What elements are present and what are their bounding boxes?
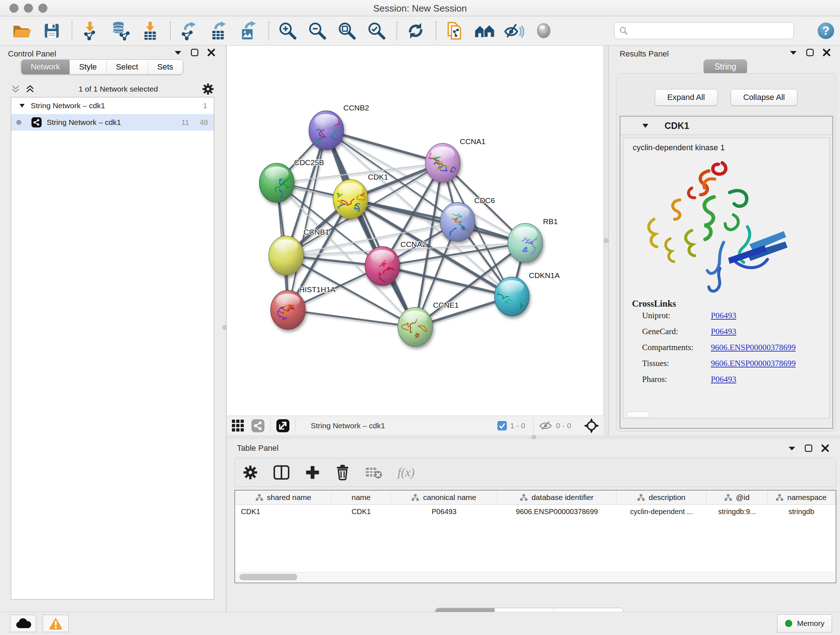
- add-column-icon[interactable]: [305, 465, 320, 480]
- node-table: shared namenamecanonical namedatabase id…: [234, 490, 836, 583]
- gene-name: CDK1: [665, 120, 689, 131]
- crosslink-link[interactable]: P06493: [711, 327, 736, 336]
- string-style-icon[interactable]: [251, 418, 265, 433]
- network-node[interactable]: [365, 247, 400, 286]
- export-network-button[interactable]: [177, 19, 201, 42]
- gear-icon[interactable]: [202, 83, 214, 95]
- network-node[interactable]: [269, 236, 303, 275]
- tab-sets[interactable]: Sets: [148, 60, 183, 74]
- export-table-button[interactable]: [207, 19, 231, 42]
- table-hscrollbar[interactable]: [236, 572, 835, 582]
- delete-table-icon: [365, 465, 382, 480]
- zoom-fit-button[interactable]: [335, 19, 359, 42]
- network-row[interactable]: String Network – cdk1 11 48: [11, 114, 214, 131]
- zoom-out-icon: [308, 21, 327, 41]
- zoom-in-button[interactable]: [276, 19, 300, 42]
- network-edge: [288, 310, 415, 327]
- right-splitter-handle[interactable]: [604, 238, 608, 243]
- tab-string[interactable]: String: [704, 59, 747, 74]
- open-session-button[interactable]: [10, 19, 34, 42]
- expand-all-icon[interactable]: [25, 84, 35, 94]
- close-panel-icon[interactable]: [207, 49, 215, 57]
- table-cell: P06493: [391, 505, 497, 518]
- float-panel-icon[interactable]: [806, 49, 814, 57]
- birdseye-grid-icon[interactable]: [231, 419, 245, 432]
- network-node[interactable]: [398, 307, 433, 347]
- status-bar: Memory: [0, 612, 840, 635]
- import-table-file-button[interactable]: [138, 19, 162, 42]
- memory-button[interactable]: Memory: [777, 614, 832, 632]
- cloud-icon: [15, 618, 31, 629]
- zoom-out-button[interactable]: [305, 19, 329, 42]
- float-panel-icon[interactable]: [191, 49, 199, 57]
- section-expander-icon[interactable]: [642, 124, 649, 128]
- network-node[interactable]: [508, 223, 543, 263]
- show-panel-button[interactable]: [532, 19, 556, 42]
- close-panel-icon[interactable]: [821, 444, 829, 452]
- tab-select[interactable]: Select: [107, 60, 148, 74]
- collapse-all-icon[interactable]: [11, 84, 20, 94]
- zoom-selected-button[interactable]: [365, 19, 388, 42]
- panel-menu-caret-icon[interactable]: [788, 446, 796, 451]
- save-session-button[interactable]: [40, 19, 64, 42]
- refresh-button[interactable]: [404, 19, 428, 42]
- show-columns-icon[interactable]: [273, 465, 290, 480]
- warnings-button[interactable]: [43, 615, 69, 632]
- hide-panels-button[interactable]: [502, 19, 526, 42]
- cloud-button[interactable]: [10, 615, 36, 632]
- network-graph[interactable]: CCNB2CCNA1CDC25BCDK1CDC6RB1CCNB1CCNA2CDK…: [227, 46, 603, 415]
- column-header[interactable]: @id: [706, 491, 767, 504]
- network-node[interactable]: [309, 111, 344, 150]
- table-hscrollbar-thumb[interactable]: [240, 574, 297, 580]
- open-external-icon[interactable]: [276, 418, 290, 433]
- crosslink-link[interactable]: 9606.ENSP00000378699: [711, 343, 796, 352]
- column-header[interactable]: canonical name: [391, 491, 497, 504]
- crosslink-link[interactable]: P06493: [711, 375, 736, 384]
- table-row[interactable]: CDK1CDK1P064939606.ENSP00000378699cyclin…: [235, 505, 836, 518]
- expand-all-button[interactable]: Expand All: [655, 89, 718, 106]
- crosslink-link[interactable]: 9606.ENSP00000378699: [711, 359, 796, 368]
- import-network-database-button[interactable]: [109, 19, 133, 42]
- selected-checkbox-icon[interactable]: [497, 421, 507, 431]
- save-icon: [43, 22, 61, 40]
- column-header[interactable]: shared name: [235, 491, 332, 504]
- tab-style[interactable]: Style: [70, 60, 107, 74]
- column-header[interactable]: name: [332, 491, 391, 504]
- crosshair-icon[interactable]: [584, 418, 600, 434]
- search-input[interactable]: [628, 27, 793, 35]
- close-panel-icon[interactable]: [823, 49, 831, 57]
- table-settings-gear-icon[interactable]: [243, 465, 258, 480]
- search-field[interactable]: [614, 22, 794, 39]
- export-image-button[interactable]: [237, 19, 261, 42]
- import-network-file-button[interactable]: [79, 19, 103, 42]
- home-button[interactable]: [472, 19, 496, 42]
- panel-menu-caret-icon[interactable]: [174, 50, 182, 55]
- network-canvas[interactable]: CCNB2CCNA1CDC25BCDK1CDC6RB1CCNB1CCNA2CDK…: [227, 46, 604, 416]
- column-header[interactable]: database identifier: [497, 491, 616, 504]
- crosslink-row: Tissues: 9606.ENSP00000378699: [642, 359, 829, 368]
- float-panel-icon[interactable]: [805, 444, 813, 452]
- column-header[interactable]: namespace: [767, 491, 835, 504]
- collapse-all-button[interactable]: Collapse All: [731, 89, 798, 106]
- results-scrollbar-thumb[interactable]: [627, 412, 649, 417]
- help-button[interactable]: ?: [814, 19, 838, 42]
- toolbar-separator: [72, 21, 73, 40]
- cytoscape-window: Session: New Session: [0, 0, 840, 635]
- network-node[interactable]: [271, 290, 305, 329]
- network-collection-row[interactable]: String Network – cdk1 1: [11, 97, 214, 114]
- tab-network[interactable]: Network: [21, 60, 70, 74]
- duplicate-network-button[interactable]: [443, 19, 467, 42]
- delete-column-icon[interactable]: [335, 464, 350, 480]
- network-node[interactable]: [494, 277, 534, 316]
- panel-menu-caret-icon[interactable]: [789, 50, 797, 55]
- gene-section-header[interactable]: CDK1: [621, 117, 832, 135]
- network-node[interactable]: [440, 203, 475, 241]
- column-header[interactable]: description: [616, 491, 706, 504]
- network-node[interactable]: [425, 143, 460, 182]
- collection-label: String Network – cdk1: [31, 101, 105, 110]
- network-node[interactable]: [259, 163, 294, 203]
- import-table-icon: [141, 21, 160, 41]
- collection-expander-icon[interactable]: [19, 103, 25, 108]
- crosslink-link[interactable]: P06493: [711, 311, 736, 320]
- node-label: CCNB1: [303, 228, 329, 236]
